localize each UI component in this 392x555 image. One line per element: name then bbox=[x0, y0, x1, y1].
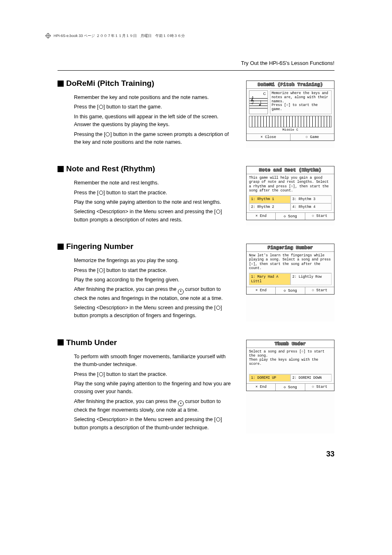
lcd-btn-start: ○ Start bbox=[305, 287, 334, 294]
section-title-doremi: DoReMi (Pitch Training) bbox=[58, 79, 234, 88]
header-text: HPi-6S-e.book 33 ページ ２００７年１１月１９日 月曜日 午前１… bbox=[54, 34, 185, 38]
p: Play the song while paying attention to … bbox=[74, 198, 234, 206]
middle-c-label: Middle C bbox=[249, 128, 332, 132]
p: Memorize the fingerings as you play the … bbox=[74, 257, 234, 265]
lcd-doremi: DoReMi (Pitch Training) C 𝄞 ♩ Memorize w… bbox=[246, 81, 334, 148]
lcd-btn-song: ◇ Song bbox=[276, 287, 305, 294]
lcd-btn-close: × Close bbox=[247, 134, 291, 140]
lcd-opt: 2: Lightly Row bbox=[291, 273, 332, 285]
lcd-body-text: Select a song and press [○] to start the… bbox=[249, 350, 332, 366]
staff-icon: C 𝄞 ♩ bbox=[249, 90, 268, 114]
body-text: To perform with smooth finger movements,… bbox=[74, 353, 234, 432]
circle-button-icon bbox=[99, 372, 103, 376]
t: After finishing the practice, you can pr… bbox=[74, 286, 178, 292]
lcd-body: This game will help you gain a good gras… bbox=[247, 174, 334, 212]
t: After finishing the practice, you can pr… bbox=[74, 398, 178, 404]
lcd-rhythm: Note and Rest (Rhythm) This game will he… bbox=[246, 166, 334, 226]
p: Press the [] button to start the practic… bbox=[74, 371, 234, 378]
lcd-body: Select a song and press [○] to start the… bbox=[247, 348, 334, 383]
lcd-body-text: Now let's learn the fingerings while pla… bbox=[249, 253, 332, 270]
p: Play the song according to the fingering… bbox=[74, 276, 234, 284]
p: After finishing the practice, you can pr… bbox=[74, 286, 234, 302]
lcd-title: Note and Rest (Rhythm) bbox=[259, 168, 322, 173]
lcd-btn-start: ○ Start bbox=[305, 384, 334, 391]
p: To perform with smooth finger movements,… bbox=[74, 353, 234, 369]
title-text: Fingering Number bbox=[66, 242, 134, 251]
lcd-opt: 1: Mary Had A Littl bbox=[249, 273, 291, 285]
lcd-thumb: Thumb Under Select a song and press [○] … bbox=[246, 340, 334, 433]
breadcrumb: Try Out the HPi-6S's Lesson Functions! bbox=[25, 60, 334, 66]
title-text: Note and Rest (Rhythm) bbox=[66, 164, 155, 173]
lcd-body: Now let's learn the fingerings while pla… bbox=[247, 252, 334, 287]
body-text: Remember the note and rest lengths. Pres… bbox=[74, 179, 234, 224]
lcd-opt: 2: Rhythm 2 bbox=[249, 203, 291, 211]
lcd-opt: 2: DOREMI DOWN bbox=[291, 374, 332, 382]
lcd-btn-end: × End bbox=[247, 213, 276, 220]
circle-button-icon bbox=[216, 210, 220, 214]
t: Selecting <Description> in the Menu scre… bbox=[74, 305, 216, 311]
lcd-body: C 𝄞 ♩ Memorize where the keys and notes … bbox=[247, 89, 334, 134]
square-bullet-icon bbox=[58, 166, 64, 172]
t: ] button to start the practice. bbox=[104, 267, 167, 273]
t: Selecting <Description> in the Menu scre… bbox=[74, 417, 216, 422]
p: Press the [] button to start the game. bbox=[74, 103, 234, 111]
p: Play the song while paying attention to … bbox=[74, 380, 234, 396]
book-header-line: HPi-6S-e.book 33 ページ ２００７年１１月１９日 月曜日 午前１… bbox=[45, 33, 367, 39]
lcd-btn-start: ○ Start bbox=[305, 213, 334, 220]
lcd-options: 1: Rhythm 1 3: Rhythm 3 2: Rhythm 2 4: R… bbox=[249, 195, 332, 211]
title-text: Thumb Under bbox=[66, 338, 117, 347]
lcd-header: Thumb Under bbox=[247, 340, 334, 348]
section-title-fingering: Fingering Number bbox=[58, 242, 234, 251]
p: Selecting <Description> in the Menu scre… bbox=[74, 208, 234, 224]
lcd-header: Fingering Number bbox=[247, 244, 334, 252]
lcd-title: Thumb Under bbox=[275, 341, 306, 346]
p: Press the [] button to start the practic… bbox=[74, 189, 234, 197]
square-bullet-icon bbox=[58, 244, 64, 250]
lcd-btn-song: ◇ Song bbox=[276, 213, 305, 220]
p: Selecting <Description> in the Menu scre… bbox=[74, 304, 234, 320]
lcd-opt: 4: Rhythm 4 bbox=[291, 203, 332, 211]
lcd-footer: × End ◇ Song ○ Start bbox=[247, 212, 334, 220]
section-fingering: Fingering Number Memorize the fingerings… bbox=[58, 242, 334, 322]
top-rule bbox=[58, 70, 334, 71]
square-bullet-icon bbox=[58, 339, 64, 345]
circle-button-icon bbox=[106, 132, 110, 136]
lcd-body-text: Memorize where the keys and notes are, a… bbox=[270, 90, 332, 114]
circle-button-icon bbox=[99, 105, 103, 109]
p: Remember the note and rest lengths. bbox=[74, 179, 234, 187]
t: Press the [ bbox=[74, 267, 99, 273]
t: ] button to start the practice. bbox=[104, 190, 167, 196]
p: Pressing the [] button in the game scree… bbox=[74, 131, 234, 147]
lcd-btn-song: ◇ Song bbox=[276, 384, 305, 391]
lcd-btn-end: × End bbox=[247, 287, 276, 294]
body-text: Remember the key and note positions and … bbox=[74, 94, 234, 146]
circle-button-icon bbox=[99, 191, 103, 195]
section-doremi: DoReMi (Pitch Training) Remember the key… bbox=[58, 79, 334, 148]
lcd-opt: 1: DOREMI UP bbox=[249, 374, 291, 382]
body-text: Memorize the fingerings as you play the … bbox=[74, 257, 234, 320]
lcd-header: DoReMi (Pitch Training) bbox=[247, 81, 334, 89]
p: Selecting <Description> in the Menu scre… bbox=[74, 416, 234, 432]
circle-button-icon bbox=[216, 306, 220, 310]
circle-button-icon bbox=[99, 268, 103, 272]
lcd-footer: × Close ○ Game bbox=[247, 134, 334, 140]
title-text: DoReMi (Pitch Training) bbox=[66, 79, 154, 88]
lcd-options: 1: DOREMI UP 2: DOREMI DOWN bbox=[249, 374, 332, 382]
p: In this game, questions will appear in t… bbox=[74, 113, 234, 129]
p: Remember the key and note positions and … bbox=[74, 94, 234, 101]
t: Press the [ bbox=[74, 190, 99, 196]
lcd-title: Fingering Number bbox=[267, 245, 313, 250]
lcd-footer: × End ◇ Song ○ Start bbox=[247, 383, 334, 391]
t: Press the [ bbox=[74, 104, 99, 110]
lcd-opt: 1: Rhythm 1 bbox=[249, 196, 291, 203]
lcd-opt: 3: Rhythm 3 bbox=[291, 196, 332, 203]
section-rhythm: Note and Rest (Rhythm) Remember the note… bbox=[58, 164, 334, 226]
t: Press the [ bbox=[74, 371, 99, 377]
cursor-button-icon: ✦ bbox=[178, 289, 184, 295]
lcd-title: DoReMi (Pitch Training) bbox=[258, 82, 323, 87]
p: Press the [] button to start the practic… bbox=[74, 267, 234, 274]
crosshair-icon bbox=[45, 33, 51, 39]
t: Selecting <Description> in the Menu scre… bbox=[74, 209, 216, 214]
section-title-rhythm: Note and Rest (Rhythm) bbox=[58, 164, 234, 173]
section-title-thumb: Thumb Under bbox=[58, 338, 234, 347]
